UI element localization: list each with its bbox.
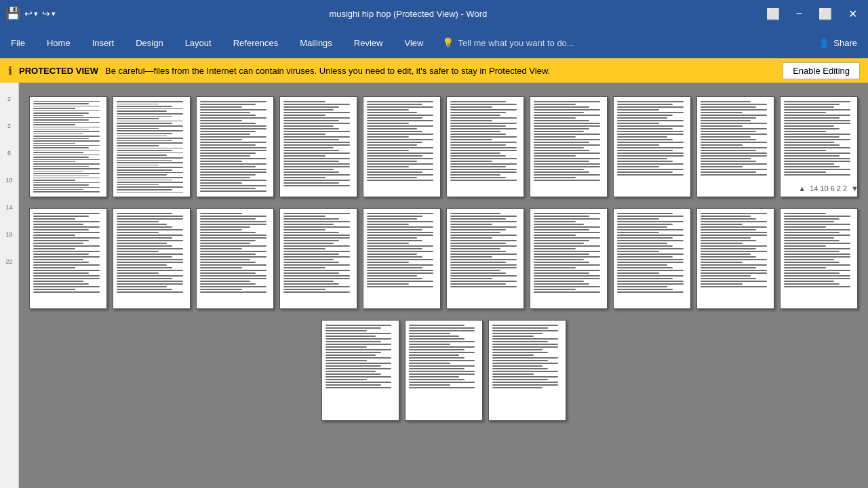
ruler-num-2a: 2 — [7, 85, 11, 113]
ruler-num-18: 18 — [5, 221, 12, 248]
protected-view-message: Be careful—files from the Internet can c… — [105, 66, 776, 76]
tab-mailings[interactable]: Mailings — [289, 27, 343, 58]
chevron-down-icon[interactable]: ▼ — [851, 184, 859, 192]
page-thumbnail[interactable] — [780, 208, 858, 309]
undo-dropdown-icon[interactable]: ▾ — [34, 9, 38, 18]
ruler-num-6: 6 — [7, 140, 11, 167]
page-thumbnail[interactable] — [488, 320, 566, 421]
ribbon-display-icon[interactable]: ⬜ — [761, 6, 785, 22]
maximize-button[interactable]: ⬜ — [813, 6, 837, 22]
title-bar-right: ⬜ − ⬜ ✕ — [761, 6, 863, 22]
page-thumbnail[interactable] — [363, 96, 441, 197]
info-icon: ℹ — [8, 64, 12, 77]
tab-review[interactable]: Review — [343, 27, 394, 58]
page-thumbnail[interactable] — [113, 208, 191, 309]
tab-references[interactable]: References — [222, 27, 289, 58]
page-numbers-display: 14 10 6 2 2 — [810, 184, 847, 192]
tab-view[interactable]: View — [393, 27, 434, 58]
tab-design[interactable]: Design — [125, 27, 174, 58]
tab-file[interactable]: File — [0, 27, 36, 58]
search-placeholder: Tell me what you want to do... — [458, 38, 574, 48]
share-button[interactable]: 👤 Share — [808, 27, 868, 58]
share-label: Share — [833, 38, 857, 48]
title-bar: 💾 ↩ ▾ ↪ ▾ musighi hip hop (Protected Vie… — [0, 0, 868, 27]
page-thumbnail[interactable] — [405, 320, 483, 421]
enable-editing-button[interactable]: Enable Editing — [783, 62, 860, 79]
page-thumbnail[interactable] — [696, 208, 774, 309]
page-thumbnail[interactable] — [446, 96, 524, 197]
page-thumbnail[interactable] — [196, 96, 274, 197]
page-thumbnail[interactable] — [613, 96, 691, 197]
page-row-1 — [29, 96, 858, 197]
undo-icon[interactable]: ↩ — [24, 8, 33, 19]
page-thumbnail[interactable] — [530, 96, 608, 197]
save-icon[interactable]: 💾 — [5, 6, 20, 21]
ruler-num-2b: 2 — [7, 113, 11, 140]
page-thumbnail[interactable] — [321, 320, 399, 421]
ruler-num-10: 10 — [5, 167, 12, 194]
page-indicator: ▲ 14 10 6 2 2 ▼ — [798, 184, 859, 192]
document-title: musighi hip hop (Protected View) - Word — [56, 9, 761, 19]
page-row-2 — [29, 208, 858, 309]
page-thumbnail[interactable] — [196, 208, 274, 309]
page-thumbnail[interactable] — [446, 208, 524, 309]
document-area[interactable] — [19, 83, 868, 488]
page-thumbnail[interactable] — [29, 208, 107, 309]
protected-view-bar: ℹ PROTECTED VIEW Be careful—files from t… — [0, 58, 868, 83]
page-thumbnail[interactable] — [113, 96, 191, 197]
left-ruler: 2 2 6 10 14 18 22 — [0, 83, 19, 488]
ribbon-search-area[interactable]: 💡 Tell me what you want to do... — [434, 27, 808, 58]
protected-view-label: PROTECTED VIEW — [19, 66, 98, 76]
page-thumbnail[interactable] — [530, 208, 608, 309]
page-thumbnail[interactable] — [279, 96, 357, 197]
ruler-num-14: 14 — [5, 194, 12, 221]
tab-insert[interactable]: Insert — [81, 27, 125, 58]
minimize-button[interactable]: − — [791, 6, 808, 21]
page-thumbnail[interactable] — [29, 96, 107, 197]
chevron-up-icon[interactable]: ▲ — [798, 184, 806, 192]
page-thumbnail[interactable] — [279, 208, 357, 309]
redo-icon[interactable]: ↪ — [42, 8, 50, 19]
title-bar-left: 💾 ↩ ▾ ↪ ▾ — [5, 6, 56, 21]
ribbon: File Home Insert Design Layout Reference… — [0, 27, 868, 58]
page-thumbnail[interactable] — [780, 96, 858, 197]
page-thumbnail[interactable] — [363, 208, 441, 309]
page-row-3 — [321, 320, 566, 421]
tab-home[interactable]: Home — [36, 27, 81, 58]
ruler-num-22: 22 — [5, 248, 12, 275]
close-button[interactable]: ✕ — [843, 6, 863, 22]
tab-layout[interactable]: Layout — [174, 27, 222, 58]
undo-redo-group: ↩ ▾ ↪ ▾ — [24, 8, 56, 19]
page-thumbnail[interactable] — [613, 208, 691, 309]
page-thumbnail[interactable] — [696, 96, 774, 197]
